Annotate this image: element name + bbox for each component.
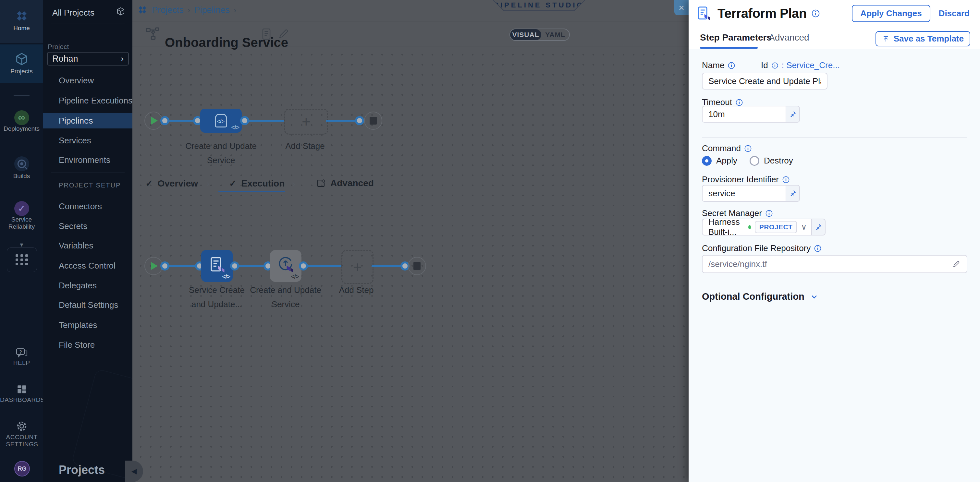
step-node-terraform-apply[interactable]: </> (270, 250, 301, 282)
breadcrumb-pipelines[interactable]: Pipelines (194, 5, 230, 15)
toggle-yaml[interactable]: YAML (541, 29, 569, 40)
save-as-template-button[interactable]: Save as Template (875, 31, 970, 46)
name-field-label: Name (702, 60, 735, 70)
dashboards-icon (16, 384, 27, 395)
user-avatar[interactable]: RG (14, 461, 30, 476)
add-stage-label: Add Stage (263, 139, 347, 153)
provisioner-input-group (702, 185, 800, 202)
header-divider (132, 21, 689, 21)
drawer-header: Terraform Plan Apply Changes Discard (689, 0, 980, 27)
graph-line (239, 265, 266, 267)
radio-destroy-label[interactable]: Destroy (764, 156, 793, 166)
config-repo-input[interactable]: /service/nginx.tf (702, 255, 967, 273)
tab-execution[interactable]: ✓ Execution (229, 178, 285, 189)
add-step-button[interactable]: + (341, 250, 374, 284)
section-divider (702, 137, 967, 138)
plus-icon: + (302, 114, 310, 129)
code-glyph: </> (222, 273, 230, 280)
graph-connector (355, 116, 364, 125)
tab-step-parameters[interactable]: Step Parameters (700, 32, 772, 43)
tab-advanced[interactable]: Advanced (769, 32, 809, 43)
tab-overview[interactable]: ✓ Overview (145, 178, 198, 189)
projects-cube-icon (14, 52, 29, 67)
radio-destroy[interactable] (749, 156, 759, 166)
fixed-value-pin-button[interactable] (786, 185, 800, 202)
project-selector[interactable]: Rohan › (47, 52, 129, 65)
breadcrumb-projects[interactable]: Projects (152, 5, 184, 15)
sidebar-item-pipeline-executions[interactable]: Pipeline Executions (43, 93, 132, 108)
step-node-terraform-plan[interactable]: </> (201, 250, 233, 282)
graph-line (307, 265, 341, 267)
secret-manager-value: Harness Built-i... (708, 217, 745, 237)
project-sidebar: All Projects Project Rohan › Overview Pi… (43, 0, 132, 482)
edit-pencil-icon[interactable] (952, 260, 961, 269)
toggle-visual[interactable]: VISUAL (510, 29, 541, 40)
chevron-down-icon (810, 292, 819, 301)
deployments-icon: ∞ (14, 110, 29, 125)
edit-pencil-icon[interactable] (278, 28, 290, 40)
sidebar-item-pipelines[interactable]: Pipelines (43, 113, 132, 128)
sidebar-item-connectors[interactable]: Connectors (43, 198, 132, 214)
add-stage-button[interactable]: + (284, 109, 328, 135)
rail-item-help[interactable]: ? HELP (0, 348, 43, 366)
fixed-value-pin-button[interactable] (811, 219, 826, 235)
stage-node-label: Create and Update Service (179, 139, 263, 167)
optional-configuration-toggle[interactable]: Optional Configuration (702, 291, 819, 302)
fixed-value-pin-button[interactable] (786, 106, 800, 123)
tab-advanced[interactable]: Advanced (316, 178, 374, 189)
sidebar-item-secrets[interactable]: Secrets (43, 218, 132, 234)
rail-item-service-reliability[interactable]: ✓ Service Reliability (0, 201, 43, 230)
provisioner-input[interactable] (702, 185, 786, 202)
rail-item-home[interactable]: Home (0, 0, 43, 43)
id-label-text: Id (761, 60, 768, 70)
apply-changes-button[interactable]: Apply Changes (852, 5, 930, 22)
sidebar-item-access-control[interactable]: Access Control (43, 258, 132, 273)
radio-apply-label[interactable]: Apply (716, 156, 737, 166)
sidebar-item-variables[interactable]: Variables (43, 238, 132, 253)
stage-node-create-and-update-service[interactable]: </> </> (200, 109, 242, 133)
rail-item-account-settings[interactable]: ACCOUNT SETTINGS (0, 420, 43, 448)
id-value-link[interactable]: : Service_Cre... (782, 60, 840, 70)
step-id: Id : Service_Cre... (761, 60, 840, 70)
play-icon (151, 117, 158, 125)
sidebar-item-default-settings[interactable]: Default Settings (43, 297, 132, 313)
all-projects-link[interactable]: All Projects (52, 8, 94, 18)
discard-button[interactable]: Discard (939, 8, 970, 19)
secret-manager-select[interactable]: Harness Built-i... PROJECT ∨ (702, 219, 811, 235)
rail-item-projects[interactable]: Projects (0, 44, 43, 83)
tabs-divider (132, 192, 689, 192)
config-repo-field-label: Configuration File Repository (702, 243, 822, 253)
terraform-apply-icon (277, 255, 295, 273)
command-radio-group: Apply Destroy (702, 156, 793, 166)
chevron-down-icon: ∨ (801, 222, 807, 231)
sidebar-item-file-store[interactable]: File Store (43, 337, 132, 353)
sidebar-item-templates[interactable]: Templates (43, 317, 132, 333)
name-input[interactable] (702, 73, 827, 90)
pipeline-notes-icon[interactable] (262, 28, 271, 40)
step-config-drawer: Terraform Plan Apply Changes Discard Ste… (689, 0, 980, 482)
graph-connector (160, 116, 169, 125)
rail-item-dashboards[interactable]: DASHBOARDS (0, 384, 43, 404)
all-projects-cube-icon[interactable] (116, 6, 126, 16)
advanced-gear-icon (316, 178, 326, 188)
builds-icon (14, 156, 29, 171)
projects-footer-heading: Projects (59, 463, 105, 477)
sidebar-item-delegates[interactable]: Delegates (43, 277, 132, 293)
sidebar-item-environments[interactable]: Environments (43, 152, 132, 168)
config-repo-label-text: Configuration File Repository (702, 243, 811, 253)
rail-label-builds: Builds (0, 173, 43, 180)
execution-end-node (408, 257, 426, 275)
service-reliability-icon: ✓ (14, 201, 29, 216)
radio-apply[interactable] (702, 156, 712, 166)
close-drawer-button[interactable]: × (674, 0, 689, 15)
rail-item-builds[interactable]: Builds (0, 156, 43, 180)
rail-item-deployments[interactable]: ∞ Deployments (0, 110, 43, 132)
info-icon (811, 9, 820, 18)
sidebar-item-overview[interactable]: Overview (43, 73, 132, 88)
rail-label-service-reliability: Service Reliability (4, 216, 40, 230)
sidebar-item-services[interactable]: Services (43, 133, 132, 148)
connector-status-dot (748, 225, 751, 229)
check-icon: ✓ (145, 178, 153, 189)
timeout-input[interactable] (702, 106, 786, 123)
module-grid-button[interactable] (7, 247, 37, 272)
